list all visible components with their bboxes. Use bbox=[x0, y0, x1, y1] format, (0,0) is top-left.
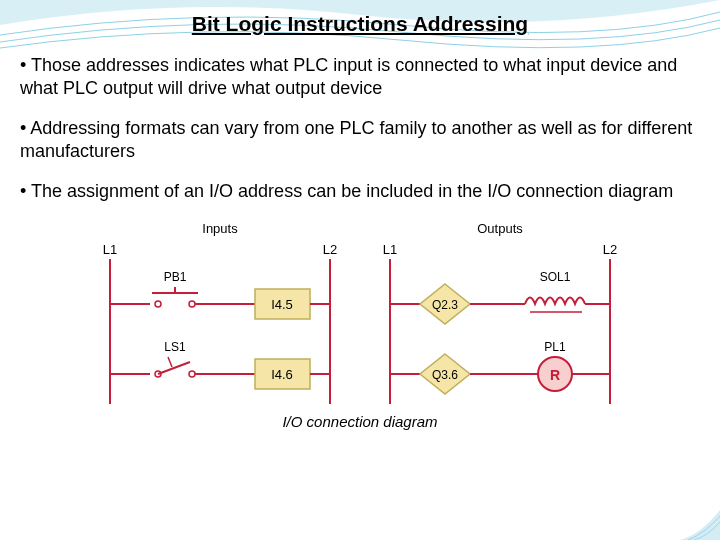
svg-text:LS1: LS1 bbox=[164, 340, 186, 354]
svg-point-7 bbox=[189, 301, 195, 307]
svg-text:L1: L1 bbox=[103, 242, 117, 257]
svg-text:R: R bbox=[550, 367, 560, 383]
svg-text:I4.5: I4.5 bbox=[271, 297, 293, 312]
diagram-caption: I/O connection diagram bbox=[20, 413, 700, 430]
svg-text:Q2.3: Q2.3 bbox=[432, 298, 458, 312]
bullet-1: • Those addresses indicates what PLC inp… bbox=[20, 54, 700, 101]
svg-text:Q3.6: Q3.6 bbox=[432, 368, 458, 382]
svg-line-19 bbox=[168, 357, 172, 367]
svg-text:L2: L2 bbox=[323, 242, 337, 257]
page-title: Bit Logic Instructions Addressing bbox=[0, 0, 720, 36]
svg-text:L2: L2 bbox=[603, 242, 617, 257]
bullet-3: • The assignment of an I/O address can b… bbox=[20, 180, 700, 203]
inputs-header: Inputs bbox=[202, 221, 238, 236]
svg-text:SOL1: SOL1 bbox=[540, 270, 571, 284]
io-connection-diagram: Inputs Outputs L1 L2 PB1 I4.5 LS1 bbox=[80, 219, 640, 409]
svg-text:PL1: PL1 bbox=[544, 340, 566, 354]
svg-point-6 bbox=[155, 301, 161, 307]
svg-line-18 bbox=[158, 362, 190, 374]
outputs-header: Outputs bbox=[477, 221, 523, 236]
svg-text:I4.6: I4.6 bbox=[271, 367, 293, 382]
svg-point-17 bbox=[189, 371, 195, 377]
bullet-2: • Addressing formats can vary from one P… bbox=[20, 117, 700, 164]
content-area: • Those addresses indicates what PLC inp… bbox=[0, 36, 720, 430]
corner-decoration bbox=[680, 500, 720, 540]
svg-text:PB1: PB1 bbox=[164, 270, 187, 284]
svg-text:L1: L1 bbox=[383, 242, 397, 257]
